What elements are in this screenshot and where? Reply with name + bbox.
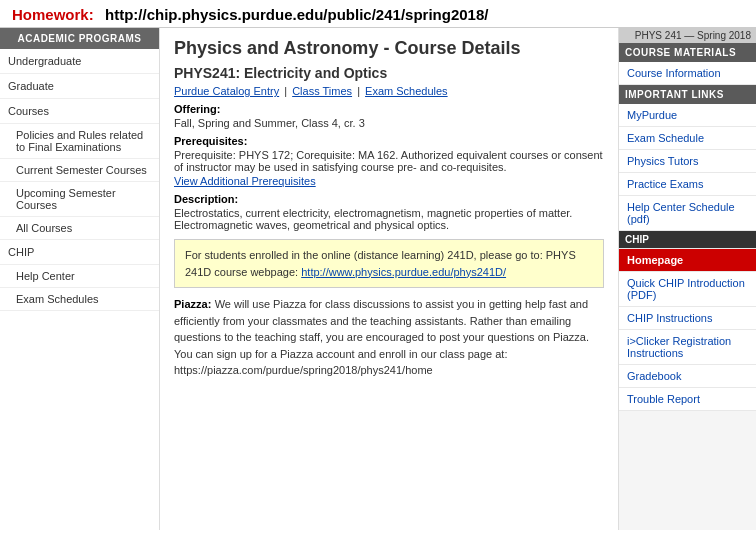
class-times-link[interactable]: Class Times: [292, 85, 352, 97]
page-title: Physics and Astronomy - Course Details: [174, 38, 604, 59]
sidebar-item-courses[interactable]: Courses: [0, 99, 159, 124]
right-top-label: PHYS 241 — Spring 2018: [619, 28, 756, 43]
sep1: |: [284, 85, 290, 97]
sidebar-item-exam-schedules[interactable]: Exam Schedules: [0, 288, 159, 311]
piazza-label: Piazza:: [174, 298, 211, 310]
quick-chip-link[interactable]: Quick CHIP Introduction (PDF): [619, 272, 756, 307]
mypurdue-link[interactable]: MyPurdue: [619, 104, 756, 127]
homework-label: Homework:: [12, 6, 94, 23]
exam-schedules-link[interactable]: Exam Schedules: [365, 85, 448, 97]
sidebar-item-upcoming-courses[interactable]: Upcoming Semester Courses: [0, 182, 159, 217]
exam-schedule-link[interactable]: Exam Schedule: [619, 127, 756, 150]
sidebar-item-all-courses[interactable]: All Courses: [0, 217, 159, 240]
left-sidebar: ACADEMIC PROGRAMS Undergraduate Graduate…: [0, 28, 160, 530]
course-info-link[interactable]: Course Information: [619, 62, 756, 85]
sep2: |: [357, 85, 363, 97]
gradebook-link[interactable]: Gradebook: [619, 365, 756, 388]
sidebar-item-graduate[interactable]: Graduate: [0, 74, 159, 99]
trouble-report-link[interactable]: Trouble Report: [619, 388, 756, 411]
homepage-link[interactable]: Homepage: [619, 249, 756, 272]
view-prereq-link[interactable]: View Additional Prerequisites: [174, 175, 604, 187]
sidebar-item-current-courses[interactable]: Current Semester Courses: [0, 159, 159, 182]
physics-tutors-link[interactable]: Physics Tutors: [619, 150, 756, 173]
important-links-header: IMPORTANT LINKS: [619, 85, 756, 104]
catalog-link[interactable]: Purdue Catalog Entry: [174, 85, 279, 97]
prereq-text: Prerequisite: PHYS 172; Corequisite: MA …: [174, 149, 604, 173]
practice-exams-link[interactable]: Practice Exams: [619, 173, 756, 196]
info-box-link[interactable]: http://www.physics.purdue.edu/phys241D/: [301, 266, 506, 278]
right-sidebar: PHYS 241 — Spring 2018 COURSE MATERIALS …: [618, 28, 756, 530]
piazza-link[interactable]: https://piazza.com/purdue/spring2018/phy…: [174, 364, 433, 376]
sidebar-item-chip[interactable]: CHIP: [0, 240, 159, 265]
main-content: Physics and Astronomy - Course Details P…: [160, 28, 618, 530]
piazza-section: Piazza: We will use Piazza for class dis…: [174, 296, 604, 379]
offering-text: Fall, Spring and Summer, Class 4, cr. 3: [174, 117, 604, 129]
sidebar-item-help-center[interactable]: Help Center: [0, 265, 159, 288]
course-id: PHYS241: Electricity and Optics: [174, 65, 604, 81]
desc-label: Description:: [174, 193, 604, 205]
info-box: For students enrolled in the online (dis…: [174, 239, 604, 288]
offering-label: Offering:: [174, 103, 604, 115]
prereq-label: Prerequisites:: [174, 135, 604, 147]
sidebar-item-policies[interactable]: Policies and Rules related to Final Exam…: [0, 124, 159, 159]
iclicker-link[interactable]: i>Clicker Registration Instructions: [619, 330, 756, 365]
sidebar-header: ACADEMIC PROGRAMS: [0, 28, 159, 49]
chip-section-header: CHIP: [619, 231, 756, 249]
url-text: http://chip.physics.purdue.edu/public/24…: [105, 6, 488, 23]
sidebar-item-undergraduate[interactable]: Undergraduate: [0, 49, 159, 74]
course-materials-header: COURSE MATERIALS: [619, 43, 756, 62]
piazza-text: We will use Piazza for class discussions…: [174, 298, 589, 360]
links-row: Purdue Catalog Entry | Class Times | Exa…: [174, 85, 604, 97]
main-layout: ACADEMIC PROGRAMS Undergraduate Graduate…: [0, 28, 756, 530]
help-center-schedule-link[interactable]: Help Center Schedule (pdf): [619, 196, 756, 231]
chip-instructions-link[interactable]: CHIP Instructions: [619, 307, 756, 330]
top-bar: Homework: http://chip.physics.purdue.edu…: [0, 0, 756, 28]
desc-text: Electrostatics, current electricity, ele…: [174, 207, 604, 231]
